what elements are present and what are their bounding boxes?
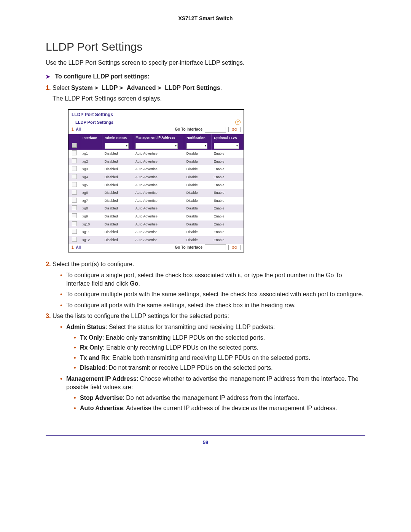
cell-mgmt-ip: Auto Advertise [133, 189, 184, 197]
row-checkbox[interactable] [72, 237, 77, 242]
page-all-link-bottom[interactable]: All [76, 245, 81, 250]
row-checkbox[interactable] [72, 150, 77, 155]
cell-admin-status: Disabled [102, 158, 133, 166]
cell-notification: Disable [184, 197, 212, 205]
cell-admin-status: Disabled [102, 212, 133, 220]
cell-mgmt-ip: Auto Advertise [133, 181, 184, 189]
procedure-title-text: To configure LLDP port settings: [55, 73, 149, 80]
page-one-link[interactable]: 1 [72, 127, 74, 132]
cell-notification: Disable [184, 236, 212, 244]
row-checkbox[interactable] [72, 198, 77, 203]
goto-interface-label: Go To Interface [175, 127, 202, 132]
row-checkbox[interactable] [72, 221, 77, 226]
table-row: xg2DisabledAuto AdvertiseDisableEnable [68, 158, 244, 166]
row-checkbox[interactable] [72, 205, 77, 210]
filter-admin-status[interactable] [105, 143, 129, 149]
cell-notification: Disable [184, 212, 212, 220]
footer-rule [46, 435, 365, 436]
table-row: xg8DisabledAuto AdvertiseDisableEnable [68, 204, 244, 212]
cell-optional-tlvs: Enable [211, 150, 243, 158]
row-checkbox[interactable] [72, 174, 77, 179]
cell-optional-tlvs: Enable [211, 212, 243, 220]
row-checkbox[interactable] [72, 213, 77, 218]
cell-notification: Disable [184, 228, 212, 236]
step1-followup: The LLDP Port Settings screen displays. [53, 94, 365, 103]
cell-mgmt-ip: Auto Advertise [133, 220, 184, 228]
col-admin-status: Admin Status [102, 134, 133, 142]
list-item: Auto Advertise: Advertise the current IP… [74, 404, 365, 412]
panel-subtitle: LLDP Port Settings [75, 120, 113, 125]
go-button[interactable]: GO [228, 127, 241, 132]
cell-admin-status: Disabled [102, 189, 133, 197]
table-row: xg3DisabledAuto AdvertiseDisableEnable [68, 165, 244, 173]
procedure-title: ➤ To configure LLDP port settings: [46, 73, 365, 80]
goto-interface-input-bottom[interactable] [205, 244, 226, 250]
cell-notification: Disable [184, 150, 212, 158]
cell-admin-status: Disabled [102, 236, 133, 244]
page-all-link[interactable]: All [76, 127, 81, 132]
breadcrumb-sep: > [94, 84, 102, 91]
cell-interface: xg9 [80, 212, 102, 220]
col-notification: Notification [184, 134, 212, 142]
table-row: xg11DisabledAuto AdvertiseDisableEnable [68, 228, 244, 236]
cell-optional-tlvs: Enable [211, 228, 243, 236]
breadcrumb-system: System [71, 85, 93, 91]
filter-mgmt-ip[interactable] [135, 143, 178, 149]
list-item: Tx and Rx: Enable both transmitting and … [74, 354, 365, 362]
cell-optional-tlvs: Enable [211, 236, 243, 244]
cell-optional-tlvs: Enable [211, 173, 243, 181]
row-checkbox[interactable] [72, 166, 77, 171]
cell-notification: Disable [184, 220, 212, 228]
cell-admin-status: Disabled [102, 173, 133, 181]
breadcrumb-sep: > [119, 84, 127, 91]
cell-admin-status: Disabled [102, 204, 133, 212]
row-checkbox[interactable] [72, 158, 77, 163]
select-all-checkbox[interactable] [72, 143, 77, 148]
breadcrumb-sep: > [158, 84, 165, 91]
col-optional-tlvs: Optional TLVs [211, 134, 243, 142]
cell-interface: xg1 [80, 150, 102, 158]
goto-interface-input[interactable] [205, 127, 226, 133]
cell-admin-status: Disabled [102, 197, 133, 205]
table-row: xg9DisabledAuto AdvertiseDisableEnable [68, 212, 244, 220]
filter-optional-tlvs[interactable] [214, 143, 239, 149]
row-checkbox[interactable] [72, 190, 77, 195]
step-1: Select System > LLDP > Advanced > LLDP P… [53, 84, 365, 252]
cell-notification: Disable [184, 181, 212, 189]
cell-interface: xg8 [80, 204, 102, 212]
cell-optional-tlvs: Enable [211, 189, 243, 197]
cell-optional-tlvs: Enable [211, 165, 243, 173]
cell-mgmt-ip: Auto Advertise [133, 158, 184, 166]
lldp-table: Interface Admin Status Management IP Add… [68, 134, 244, 244]
cell-mgmt-ip: Auto Advertise [133, 197, 184, 205]
lldp-screenshot: LLDP Port Settings LLDP Port Settings ? … [68, 109, 244, 253]
go-button-bottom[interactable]: GO [228, 245, 241, 250]
panel-title: LLDP Port Settings [68, 110, 244, 119]
list-item: Tx Only: Enable only transmitting LLDP P… [74, 334, 365, 342]
table-row: xg4DisabledAuto AdvertiseDisableEnable [68, 173, 244, 181]
cell-interface: xg7 [80, 197, 102, 205]
help-icon[interactable]: ? [235, 120, 241, 125]
cell-interface: xg10 [80, 220, 102, 228]
page-one-link-bottom[interactable]: 1 [72, 245, 74, 250]
table-row: xg12DisabledAuto AdvertiseDisableEnable [68, 236, 244, 244]
cell-interface: xg5 [80, 181, 102, 189]
step-2: Select the port(s) to configure. To conf… [53, 260, 365, 310]
breadcrumb-advanced: Advanced [127, 85, 156, 91]
nav-row-bottom: 1 All Go To Interface GO [68, 244, 244, 252]
cell-interface: xg11 [80, 228, 102, 236]
cell-optional-tlvs: Enable [211, 158, 243, 166]
row-checkbox[interactable] [72, 182, 77, 187]
table-row: xg6DisabledAuto AdvertiseDisableEnable [68, 189, 244, 197]
filter-notification[interactable] [186, 143, 207, 149]
cell-mgmt-ip: Auto Advertise [133, 228, 184, 236]
cell-optional-tlvs: Enable [211, 220, 243, 228]
cell-mgmt-ip: Auto Advertise [133, 212, 184, 220]
cell-interface: xg6 [80, 189, 102, 197]
table-row: xg5DisabledAuto AdvertiseDisableEnable [68, 181, 244, 189]
row-checkbox[interactable] [72, 229, 77, 234]
list-item: Disabled: Do not transmit or receive LLD… [74, 364, 365, 372]
step2-text: Select the port(s) to configure. [53, 261, 134, 267]
cell-notification: Disable [184, 189, 212, 197]
cell-interface: xg2 [80, 158, 102, 166]
